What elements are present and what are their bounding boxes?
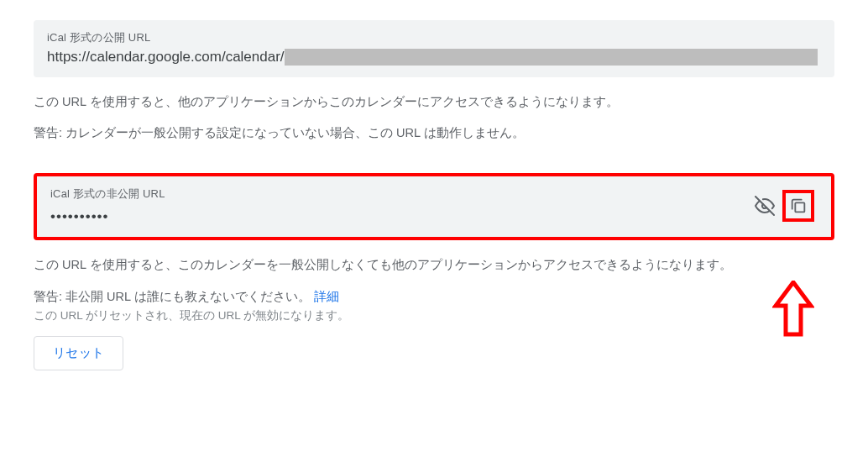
private-ical-url-box: iCal 形式の非公開 URL •••••••••• [34,173,834,240]
private-url-warning-line: 警告: 非公開 URL は誰にも教えないでください。 詳細 [34,287,834,307]
copy-icon [789,197,808,215]
copy-button-highlight [782,190,814,222]
visibility-toggle-button[interactable] [754,195,776,217]
public-ical-url-value[interactable]: https://calendar.google.com/calendar/ [47,49,821,66]
details-link[interactable]: 詳細 [314,290,339,303]
private-ical-masked-value[interactable]: •••••••••• [50,208,754,225]
public-url-visible-part: https://calendar.google.com/calendar/ [47,49,285,66]
public-ical-label: iCal 形式の公開 URL [47,30,821,45]
private-url-description: この URL を使用すると、このカレンダーを一般公開しなくても他のアプリケーショ… [34,255,834,275]
copy-url-button[interactable] [787,195,809,217]
arrow-annotation [772,281,814,347]
reset-helper-text: この URL がリセットされ、現在の URL が無効になります。 [34,307,834,325]
public-url-warning: 警告: カレンダーが一般公開する設定になっていない場合、この URL は動作しま… [34,123,834,143]
private-url-warning-text: 警告: 非公開 URL は誰にも教えないでください。 [34,290,311,303]
reset-button[interactable]: リセット [34,336,123,370]
eye-off-icon [755,196,775,216]
svg-rect-1 [795,203,804,213]
up-arrow-icon [772,281,814,344]
public-url-description: この URL を使用すると、他のアプリケーションからこのカレンダーにアクセスでき… [34,92,834,112]
private-ical-label: iCal 形式の非公開 URL [50,186,754,202]
public-url-redacted-part [285,49,818,66]
public-ical-url-box: iCal 形式の公開 URL https://calendar.google.c… [34,20,834,77]
